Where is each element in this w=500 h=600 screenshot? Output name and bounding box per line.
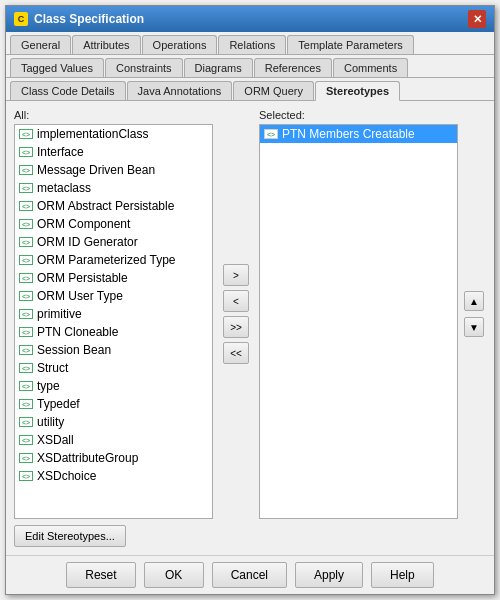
list-item[interactable]: <> Session Bean	[15, 341, 212, 359]
stereotype-icon: <>	[19, 237, 33, 247]
tab-row-1: General Attributes Operations Relations …	[6, 32, 494, 55]
stereotype-icon: <>	[264, 129, 278, 139]
window-title: Class Specification	[34, 12, 144, 26]
stereotype-icon: <>	[19, 129, 33, 139]
tab-template-parameters[interactable]: Template Parameters	[287, 35, 414, 54]
stereotype-icon: <>	[19, 363, 33, 373]
stereotype-icon: <>	[19, 471, 33, 481]
tabs-container: General Attributes Operations Relations …	[6, 32, 494, 101]
apply-button[interactable]: Apply	[295, 562, 363, 588]
move-left-button[interactable]: <	[223, 290, 249, 312]
lists-container: All: <> implementationClass <> Interface…	[14, 109, 486, 519]
move-up-button[interactable]: ▲	[464, 291, 484, 311]
stereotype-icon: <>	[19, 435, 33, 445]
list-item[interactable]: <> XSDattributeGroup	[15, 449, 212, 467]
tab-operations[interactable]: Operations	[142, 35, 218, 54]
stereotype-icon: <>	[19, 147, 33, 157]
list-item[interactable]: <> ORM ID Generator	[15, 233, 212, 251]
window-icon: C	[14, 12, 28, 26]
stereotype-icon: <>	[19, 219, 33, 229]
content-area: All: <> implementationClass <> Interface…	[6, 101, 494, 555]
stereotype-icon: <>	[19, 273, 33, 283]
stereotype-icon: <>	[19, 291, 33, 301]
stereotype-icon: <>	[19, 183, 33, 193]
transfer-buttons: > < >> <<	[217, 109, 255, 519]
stereotype-icon: <>	[19, 381, 33, 391]
selected-list[interactable]: <> PTN Members Creatable	[259, 124, 458, 519]
all-label: All:	[14, 109, 213, 121]
move-all-right-button[interactable]: >>	[223, 316, 249, 338]
reorder-buttons: ▲ ▼	[462, 109, 486, 519]
reset-button[interactable]: Reset	[66, 562, 135, 588]
tab-tagged-values[interactable]: Tagged Values	[10, 58, 104, 77]
move-down-button[interactable]: ▼	[464, 317, 484, 337]
tab-attributes[interactable]: Attributes	[72, 35, 140, 54]
stereotype-icon: <>	[19, 255, 33, 265]
tab-row-3: Class Code Details Java Annotations ORM …	[6, 78, 494, 101]
ok-button[interactable]: OK	[144, 562, 204, 588]
tab-relations[interactable]: Relations	[218, 35, 286, 54]
stereotype-icon: <>	[19, 309, 33, 319]
list-item[interactable]: <> Struct	[15, 359, 212, 377]
close-button[interactable]: ✕	[468, 10, 486, 28]
stereotype-icon: <>	[19, 327, 33, 337]
edit-stereotypes-button[interactable]: Edit Stereotypes...	[14, 525, 126, 547]
selected-list-item[interactable]: <> PTN Members Creatable	[260, 125, 457, 143]
list-item[interactable]: <> XSDchoice	[15, 467, 212, 485]
tab-class-code-details[interactable]: Class Code Details	[10, 81, 126, 100]
title-bar-left: C Class Specification	[14, 12, 144, 26]
help-button[interactable]: Help	[371, 562, 434, 588]
selected-list-panel: Selected: <> PTN Members Creatable	[259, 109, 458, 519]
list-item[interactable]: <> ORM Component	[15, 215, 212, 233]
list-item[interactable]: <> Message Driven Bean	[15, 161, 212, 179]
tab-constraints[interactable]: Constraints	[105, 58, 183, 77]
list-item[interactable]: <> ORM Persistable	[15, 269, 212, 287]
tab-references[interactable]: References	[254, 58, 332, 77]
stereotype-icon: <>	[19, 417, 33, 427]
list-item[interactable]: <> XSDall	[15, 431, 212, 449]
selected-label: Selected:	[259, 109, 458, 121]
list-item[interactable]: <> Interface	[15, 143, 212, 161]
tab-orm-query[interactable]: ORM Query	[233, 81, 314, 100]
tab-java-annotations[interactable]: Java Annotations	[127, 81, 233, 100]
list-item[interactable]: <> ORM User Type	[15, 287, 212, 305]
all-list[interactable]: <> implementationClass <> Interface <> M…	[14, 124, 213, 519]
all-list-panel: All: <> implementationClass <> Interface…	[14, 109, 213, 519]
list-item[interactable]: <> implementationClass	[15, 125, 212, 143]
footer: Reset OK Cancel Apply Help	[6, 555, 494, 594]
list-item[interactable]: <> ORM Parameterized Type	[15, 251, 212, 269]
list-item[interactable]: <> metaclass	[15, 179, 212, 197]
list-item[interactable]: <> type	[15, 377, 212, 395]
tab-general[interactable]: General	[10, 35, 71, 54]
stereotype-icon: <>	[19, 399, 33, 409]
stereotype-icon: <>	[19, 165, 33, 175]
move-all-left-button[interactable]: <<	[223, 342, 249, 364]
list-item[interactable]: <> utility	[15, 413, 212, 431]
tab-row-2: Tagged Values Constraints Diagrams Refer…	[6, 55, 494, 78]
title-bar: C Class Specification ✕	[6, 6, 494, 32]
tab-diagrams[interactable]: Diagrams	[184, 58, 253, 77]
tab-comments[interactable]: Comments	[333, 58, 408, 77]
tab-stereotypes[interactable]: Stereotypes	[315, 81, 400, 101]
list-item[interactable]: <> primitive	[15, 305, 212, 323]
cancel-button[interactable]: Cancel	[212, 562, 287, 588]
list-item[interactable]: <> PTN Cloneable	[15, 323, 212, 341]
list-item[interactable]: <> Typedef	[15, 395, 212, 413]
stereotype-icon: <>	[19, 453, 33, 463]
stereotype-icon: <>	[19, 345, 33, 355]
list-item[interactable]: <> ORM Abstract Persistable	[15, 197, 212, 215]
stereotype-icon: <>	[19, 201, 33, 211]
move-right-button[interactable]: >	[223, 264, 249, 286]
main-window: C Class Specification ✕ General Attribut…	[5, 5, 495, 595]
